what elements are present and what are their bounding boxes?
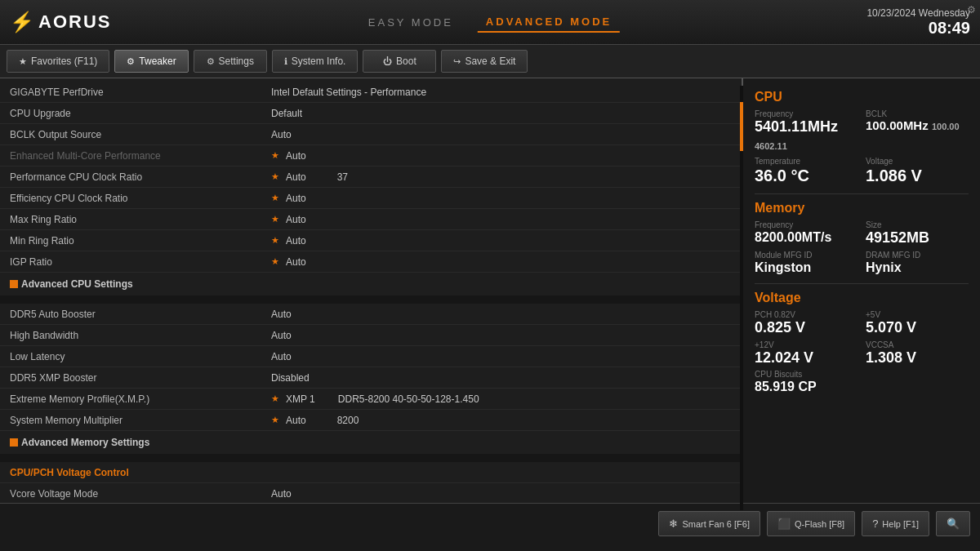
biscuits-label: CPU Biscuits [755,370,858,379]
setting-value: Auto [271,309,732,320]
settings-button[interactable]: ⚙ Settings [194,50,267,73]
memory-size-label: Size [866,220,969,229]
vccsa-item: VCCSA 1.308 V [866,340,969,367]
memory-freq-value: 8200.00MT/s [755,229,858,245]
advanced-mode-button[interactable]: ADVANCED MODE [478,12,620,33]
table-row[interactable]: System Memory Multiplier ★ Auto 8200 [0,410,742,431]
voltage-info-grid: PCH 0.82V 0.825 V +5V 5.070 V +12V 12.02… [755,310,969,394]
table-row[interactable]: High Bandwidth Auto [0,325,742,346]
setting-name: Min Ring Ratio [10,235,271,247]
settings-icon: ⚙ [207,56,215,67]
mode-area: EASY MODE ADVANCED MODE [360,12,620,33]
table-row[interactable]: BCLK Output Source Auto [0,124,742,145]
setting-value: ★ Auto [271,235,732,247]
table-row[interactable]: IGP Ratio ★ Auto [0,251,742,273]
qflash-button[interactable]: ⬛ Q-Flash [F8] [767,511,855,536]
setting-name: Efficiency CPU Clock Ratio [10,193,271,204]
setting-name: IGP Ratio [10,256,271,268]
cpu-bclk-label: BCLK [866,109,969,118]
settings-panel[interactable]: GIGABYTE PerfDrive Intel Default Setting… [0,78,743,503]
biscuits-value: 85.919 CP [755,379,858,394]
setting-name: CPU Upgrade [10,108,271,119]
table-row[interactable]: Min Ring Ratio ★ Auto [0,230,742,251]
easy-mode-button[interactable]: EASY MODE [360,13,461,32]
table-row[interactable]: Efficiency CPU Clock Ratio ★ Auto [0,188,742,209]
help-button[interactable]: ? Help [F1] [862,511,929,536]
table-row[interactable]: Max Ring Ratio ★ Auto [0,209,742,230]
datetime-area: 10/23/2024 Wednesday 08:49 [866,7,980,38]
dram-mfg-item: DRAM MFG ID Hynix [866,251,969,275]
vccsa-value: 1.308 V [866,349,969,367]
section-label: Advanced CPU Settings [21,278,133,290]
star-icon: ★ [271,214,279,224]
table-row[interactable]: DDR5 Auto Booster Auto [0,304,742,325]
cpu-bclk-sub: 100.00 [932,122,960,131]
cpu-voltage-item: Voltage 1.086 V [866,157,969,185]
favorites-icon: ★ [19,56,27,67]
boot-button[interactable]: ⏻ Boot [363,50,436,73]
table-row[interactable]: Extreme Memory Profile(X.M.P.) ★ XMP 1 D… [0,389,742,410]
table-row[interactable]: Enhanced Multi-Core Performance ★ Auto [0,145,742,167]
smart-fan-button[interactable]: ❄ Smart Fan 6 [F6] [658,511,760,536]
table-row[interactable]: DDR5 XMP Booster Disabled [0,367,742,389]
search-button[interactable]: 🔍 [936,511,970,536]
setting-value: ★ Auto [271,214,732,225]
advanced-memory-settings-row[interactable]: Advanced Memory Settings [0,431,742,454]
star-icon: ★ [271,171,279,182]
table-row[interactable]: CPU Upgrade Default [0,103,742,124]
cpu-frequency-value: 5401.11MHz 4602.11 [755,118,858,153]
star-icon: ★ [271,393,279,404]
logo-text: AORUS [38,11,111,33]
settings-gear-icon[interactable]: ⚙ [967,4,976,16]
info-divider [755,193,969,194]
cpu-frequency-item: Frequency 5401.11MHz 4602.11 [755,109,858,153]
pch-voltage-label: PCH 0.82V [755,310,858,319]
section-divider [0,295,742,304]
setting-value: ★ Auto 37 [271,171,732,183]
save-exit-button[interactable]: ↪ Save & Exit [441,50,528,73]
favorites-button[interactable]: ★ Favorites (F11) [7,50,109,73]
table-row[interactable]: Performance CPU Clock Ratio ★ Auto 37 [0,167,742,188]
memory-size-item: Size 49152MB [866,220,969,247]
help-icon: ? [872,518,878,530]
cpu-section-title: CPU [755,90,969,104]
setting-name: GIGABYTE PerfDrive [10,87,271,98]
star-icon: ★ [271,415,279,425]
cpu-voltage-value: 1.086 V [866,166,969,185]
flash-icon: ⬛ [777,518,791,530]
cpu-temp-value: 36.0 °C [755,166,858,185]
setting-name: System Memory Multiplier [10,415,271,426]
boot-icon: ⏻ [383,56,392,66]
sysinfo-button[interactable]: ℹ System Info. [272,50,359,73]
setting-value: ★ Auto [271,193,732,204]
top-bar: ⚡ AORUS EASY MODE ADVANCED MODE 10/23/20… [0,0,980,45]
cpu-bclk-value: 100.00MHz 100.00 [866,118,969,133]
module-mfg-label: Module MFG ID [755,251,858,260]
setting-value: Disabled [271,372,732,384]
tweaker-button[interactable]: ⚙ Tweaker [114,50,188,73]
plus5v-item: +5V 5.070 V [866,310,969,337]
advanced-cpu-settings-row[interactable]: Advanced CPU Settings [0,273,742,295]
table-row[interactable]: Low Latency Auto [0,346,742,367]
setting-value: Auto [271,330,732,341]
orange-square-icon [10,438,18,447]
plus12v-value: 12.024 V [755,349,858,367]
cpu-temp-item: Temperature 36.0 °C [755,157,858,185]
setting-value: ★ Auto [271,256,732,268]
star-icon: ★ [271,193,279,203]
table-row[interactable]: Vcore Voltage Mode Auto [0,483,742,503]
cpu-bclk-item: BCLK 100.00MHz 100.00 [866,109,969,153]
setting-name: Performance CPU Clock Ratio [10,171,271,183]
pch-voltage-item: PCH 0.82V 0.825 V [755,310,858,337]
logo-area: ⚡ AORUS [0,11,111,33]
save-icon: ↪ [453,56,461,67]
voltage-control-header: CPU/PCH Voltage Control [10,467,271,478]
table-row[interactable]: GIGABYTE PerfDrive Intel Default Setting… [0,82,742,103]
setting-value: Auto [271,351,732,362]
orange-square-icon [10,280,18,288]
cpu-voltage-label: Voltage [866,157,969,166]
setting-value: Intel Default Settings - Performance [271,87,732,98]
voltage-section-title: Voltage [755,291,969,305]
dram-mfg-value: Hynix [866,260,969,275]
main-content: GIGABYTE PerfDrive Intel Default Setting… [0,78,980,503]
